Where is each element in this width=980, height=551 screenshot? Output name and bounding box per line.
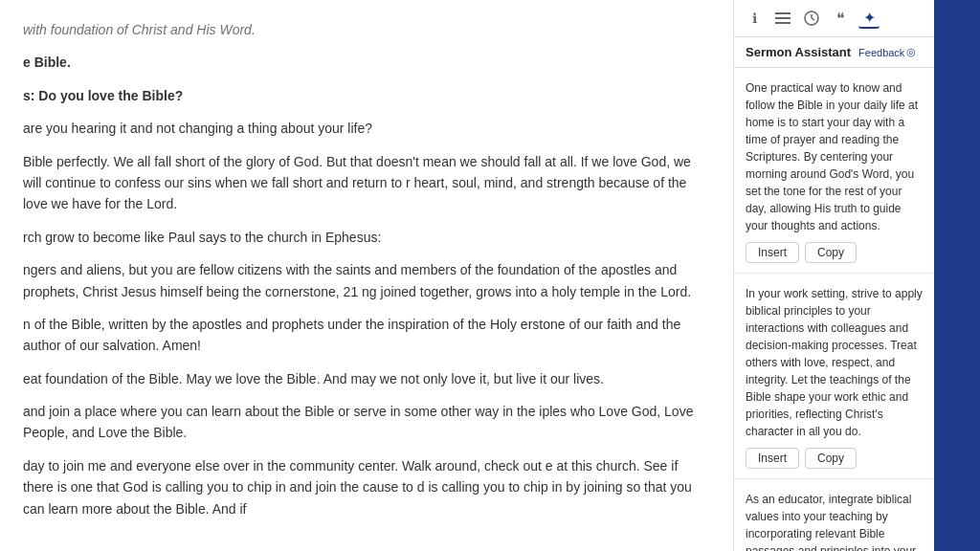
quote-icon[interactable]: ❝ [830,8,851,29]
insert-button-1[interactable]: Insert [746,242,799,263]
svg-rect-2 [775,22,791,24]
sermon-paragraph: with foundation of Christ and His Word. [23,19,710,40]
sermon-paragraph: rch grow to become like Paul says to the… [23,227,710,248]
copy-button-1[interactable]: Copy [805,242,857,263]
sermon-paragraph: eat foundation of the Bible. May we love… [23,368,710,389]
sermon-paragraph: n of the Bible, written by the apostles … [23,314,710,357]
app-sidebar [934,0,980,551]
sermon-paragraph: and join a place where you can learn abo… [23,401,710,444]
sermon-paragraph: Bible perfectly. We all fall short of th… [23,151,710,215]
svg-line-5 [812,18,814,20]
assistant-title: Sermon Assistant [746,45,851,59]
sermon-assistant-panel: ℹ ❝ ✦ Sermon Assistant Feedback ◎ [733,0,934,551]
suggestion-card-1: One practical way to know and follow the… [734,68,934,274]
card-actions-2: Insert Copy [746,448,923,469]
feedback-icon: ◎ [906,46,916,58]
sermon-paragraph: are you hearing it and not changing a th… [23,118,710,139]
suggestion-card-3: As an educator, integrate biblical value… [734,479,934,551]
insert-button-2[interactable]: Insert [746,448,799,469]
feedback-link[interactable]: Feedback ◎ [858,46,916,58]
suggestion-text-3: As an educator, integrate biblical value… [746,491,923,551]
sermon-text-panel: with foundation of Christ and His Word. … [0,0,733,551]
sermon-paragraph: day to join me and everyone else over in… [23,455,710,519]
suggestion-text-1: One practical way to know and follow the… [746,79,923,234]
sermon-paragraph: e Bible. [23,52,710,73]
assistant-toolbar: ℹ ❝ ✦ [734,0,934,37]
card-actions-1: Insert Copy [746,242,923,263]
suggestion-text-2: In your work setting, strive to apply bi… [746,285,923,440]
copy-button-2[interactable]: Copy [805,448,857,469]
sermon-paragraph: ngers and aliens, but you are fellow cit… [23,259,710,302]
assistant-header: Sermon Assistant Feedback ◎ [734,37,934,68]
svg-rect-0 [775,12,791,14]
clock-icon[interactable] [801,8,822,29]
info-icon[interactable]: ℹ [744,8,765,29]
suggestions-list[interactable]: One practical way to know and follow the… [734,68,934,551]
sermon-paragraph: s: Do you love the Bible? [23,85,710,106]
svg-rect-1 [775,17,791,19]
list-icon[interactable] [772,8,793,29]
suggestion-card-2: In your work setting, strive to apply bi… [734,274,934,479]
lightning-icon[interactable]: ✦ [858,8,880,29]
